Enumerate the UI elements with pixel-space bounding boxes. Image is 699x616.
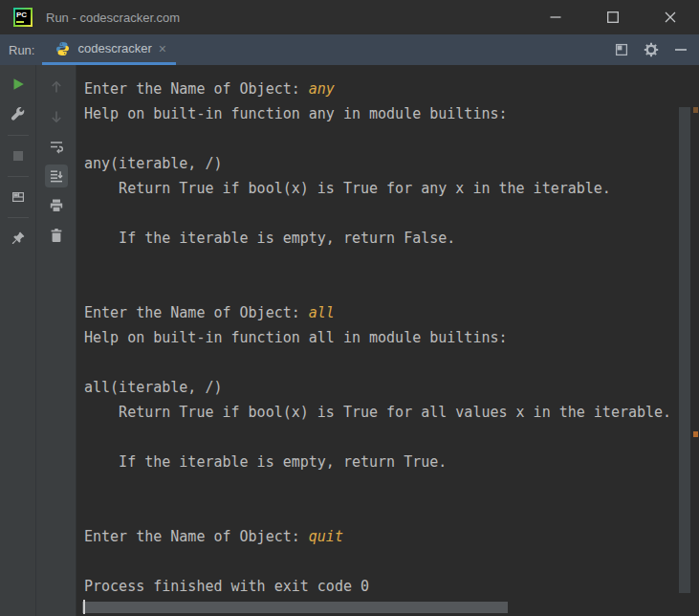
tabbar-actions bbox=[613, 34, 699, 65]
console-line: If the iterable is empty, return True. bbox=[84, 450, 699, 474]
close-button[interactable] bbox=[642, 0, 699, 34]
user-input-text: quit bbox=[309, 528, 343, 545]
run-tabbar: Run: codescracker × bbox=[0, 34, 699, 65]
down-stack-trace-icon[interactable] bbox=[45, 105, 68, 128]
console-line: Enter the Name of Object: all bbox=[84, 300, 699, 325]
scrollbar-stripe-mark bbox=[693, 431, 698, 437]
console-line: Help on built-in function all in module … bbox=[84, 325, 699, 350]
pin-tab-icon[interactable] bbox=[7, 227, 30, 250]
run-actions-column bbox=[0, 65, 35, 616]
console-output-text: Enter the Name of Object: bbox=[84, 304, 309, 321]
toolbar-separator bbox=[8, 176, 29, 177]
console-output-text: Return True if bool(x) is True for any x… bbox=[84, 180, 611, 197]
console-output-text: If the iterable is empty, return False. bbox=[84, 230, 455, 247]
console-output-text: Help on built-in function all in module … bbox=[84, 329, 508, 346]
console-line: Process finished with exit code 0 bbox=[84, 574, 699, 599]
stop-icon[interactable] bbox=[7, 144, 30, 167]
scroll-to-end-icon[interactable] bbox=[45, 165, 68, 187]
run-label: Run: bbox=[0, 43, 42, 57]
console-line: Enter the Name of Object: any bbox=[84, 77, 699, 101]
console-line bbox=[84, 425, 699, 450]
tab-label: codescracker bbox=[77, 41, 151, 55]
console-output-text: If the iterable is empty, return True. bbox=[84, 453, 447, 471]
user-input-text: any bbox=[309, 80, 335, 98]
soft-wrap-icon[interactable] bbox=[45, 135, 68, 158]
window-controls bbox=[527, 0, 699, 34]
pycharm-run-window: PC Run - codescracker.com Run: bbox=[0, 0, 699, 616]
console-line bbox=[84, 275, 699, 300]
console-line: Help on built-in function any in module … bbox=[84, 101, 699, 126]
console-output-text: Return True if bool(x) is True for all v… bbox=[84, 404, 671, 421]
print-icon[interactable] bbox=[45, 194, 68, 217]
console-output-text: Enter the Name of Object: bbox=[84, 80, 309, 98]
console-line bbox=[84, 499, 699, 524]
maximize-button[interactable] bbox=[584, 0, 642, 34]
user-input-text: all bbox=[309, 304, 335, 321]
console-line bbox=[84, 126, 699, 151]
console-line: If the iterable is empty, return False. bbox=[84, 226, 699, 251]
python-icon bbox=[55, 41, 71, 56]
console-line: Return True if bool(x) is True for any x… bbox=[84, 176, 699, 201]
console-output-text: Enter the Name of Object: bbox=[84, 528, 309, 545]
toolbar-separator bbox=[8, 217, 29, 218]
pycharm-logo-icon: PC bbox=[13, 8, 33, 27]
settings-gear-icon[interactable] bbox=[643, 41, 660, 58]
console-output-text: Process finished with exit code 0 bbox=[84, 578, 369, 595]
text-caret bbox=[83, 600, 85, 614]
titlebar: PC Run - codescracker.com bbox=[0, 0, 699, 34]
settings-wrench-icon[interactable] bbox=[7, 103, 30, 126]
console-output: Enter the Name of Object: anyHelp on bui… bbox=[76, 65, 699, 599]
console-line bbox=[84, 350, 699, 375]
console-line: Return True if bool(x) is True for all v… bbox=[84, 400, 699, 425]
rerun-icon[interactable] bbox=[7, 73, 30, 96]
restore-window-icon[interactable] bbox=[613, 41, 630, 58]
run-toolbar bbox=[0, 65, 76, 616]
toolbar-separator bbox=[8, 135, 29, 136]
window-title: Run - codescracker.com bbox=[46, 11, 180, 25]
console-line bbox=[84, 549, 699, 574]
console-output-text: any(iterable, /) bbox=[84, 155, 223, 172]
console-panel[interactable]: Enter the Name of Object: anyHelp on bui… bbox=[76, 65, 699, 616]
scrollbar-stripe-mark bbox=[693, 107, 698, 113]
up-stack-trace-icon[interactable] bbox=[45, 76, 68, 99]
restore-layout-icon[interactable] bbox=[7, 186, 30, 209]
hide-icon[interactable] bbox=[672, 41, 689, 58]
tab-close-icon[interactable]: × bbox=[159, 42, 166, 55]
horizontal-scrollbar-thumb[interactable] bbox=[82, 602, 508, 613]
vertical-scrollbar-thumb[interactable] bbox=[679, 107, 690, 593]
console-output-text: Help on built-in function any in module … bbox=[84, 105, 508, 122]
console-line bbox=[84, 201, 699, 226]
minimize-button[interactable] bbox=[527, 0, 584, 34]
clear-all-icon[interactable] bbox=[45, 224, 68, 247]
console-line: any(iterable, /) bbox=[84, 151, 699, 176]
pycharm-logo-text: PC bbox=[16, 11, 27, 19]
tab-codescracker[interactable]: codescracker × bbox=[42, 34, 176, 65]
console-line: Enter the Name of Object: quit bbox=[84, 524, 699, 549]
console-actions-column bbox=[35, 65, 76, 616]
console-line bbox=[84, 474, 699, 499]
console-line: all(iterable, /) bbox=[84, 375, 699, 400]
console-line bbox=[84, 251, 699, 275]
console-output-text: all(iterable, /) bbox=[84, 379, 223, 396]
